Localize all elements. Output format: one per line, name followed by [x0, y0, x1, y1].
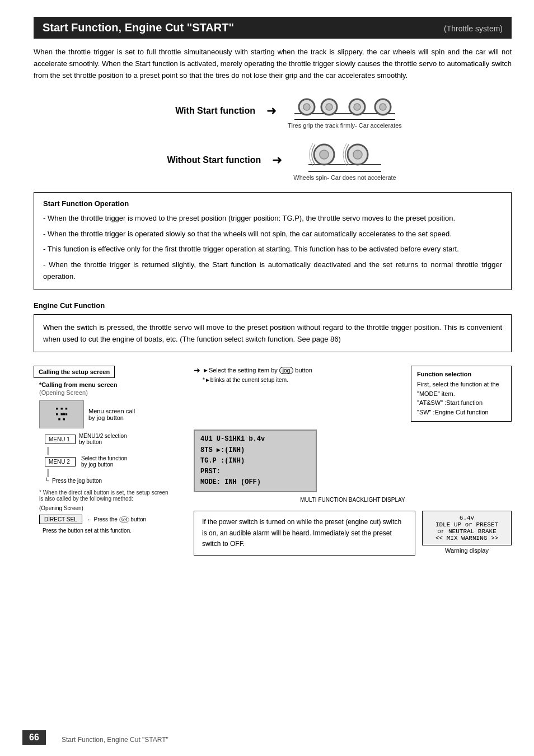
- press-set-label: ← Press the set button: [87, 516, 146, 522]
- diagram-section: With Start function ➜: [34, 92, 512, 181]
- lcd-sublabel: MULTI FUNCTION BACKLIGHT DISPLAY: [194, 497, 512, 503]
- menu1-box: MENU 1: [45, 435, 76, 444]
- warning-line-1: 6.4v: [428, 515, 505, 521]
- operation-title: Start Function Operation: [43, 199, 502, 208]
- with-start-arrow: ➜: [266, 104, 277, 118]
- direct-sel-box: DIRECT SEL: [39, 515, 82, 524]
- lcd-line-2: 8TS ▶:(INH): [200, 445, 310, 456]
- lcd-line-1: 4U1 U-S1HK1 b.4v: [200, 434, 310, 445]
- down-arrow-2: |: [47, 469, 185, 477]
- tires-grip-svg: [294, 92, 395, 117]
- intro-paragraph: When the throttle trigger is set to full…: [34, 46, 512, 81]
- press-button-note: Press the button set at this function.: [43, 528, 185, 534]
- tires-spin-svg: [308, 139, 381, 169]
- with-start-image: Tires grip the track firmly- Car acceler…: [288, 92, 402, 129]
- func-selection-title: Function selection: [417, 371, 505, 377]
- operation-line-3: - This function is effective only for th…: [43, 243, 502, 255]
- operation-line-2: - When the throttle trigger is operated …: [43, 228, 502, 240]
- operation-line-1: - When the throttle trigger is moved to …: [43, 212, 502, 224]
- select-item-row: ➜ ►Select the setting item by jog jog bu…: [194, 366, 407, 375]
- svg-point-2: [303, 104, 310, 110]
- right-panel-section: ➜ ►Select the setting item by jog jog bu…: [194, 366, 407, 383]
- svg-point-13: [353, 150, 362, 159]
- menu2-box: MENU 2: [45, 457, 76, 466]
- opening-screen-label: (Opening Screen): [39, 389, 185, 396]
- lcd-display-area: 4U1 U-S1HK1 b.4v 8TS ▶:(INH) TG.P :(INH)…: [194, 430, 512, 503]
- warning-line-3: or NEUTRAL BRAKE: [428, 528, 505, 535]
- warning-display-section: 6.4v IDLE UP or PRESET or NEUTRAL BRAKE …: [422, 511, 512, 554]
- with-start-label: With Start function: [143, 106, 255, 116]
- page-number: 66: [22, 730, 46, 745]
- page-footer-text: Start Function, Engine Cut "START": [62, 736, 168, 744]
- title-subtitle: (Throttle system): [444, 24, 503, 33]
- menu1-note: MENU1/2 selection by button: [79, 433, 127, 445]
- screen-line1: ■ ■ ■: [55, 407, 67, 412]
- screen-line2: ■ ■■■: [55, 412, 67, 418]
- engine-cut-text: When the switch is pressed, the throttle…: [43, 321, 502, 346]
- warning-display: 6.4v IDLE UP or PRESET or NEUTRAL BRAKE …: [422, 511, 512, 545]
- calling-box-label: Calling the setup screen: [34, 366, 115, 378]
- lcd-line-5: MODE: INH (OFF): [200, 477, 310, 488]
- operation-box: Start Function Operation - When the thro…: [34, 192, 512, 290]
- func-text3: "SW" :Engine Cut function: [417, 408, 505, 417]
- func-text1: First, select the function at the "MODE"…: [417, 380, 505, 398]
- without-start-caption: Wheels spin- Car does not accelerate: [293, 174, 396, 181]
- function-selection-box: Function selection First, select the fun…: [411, 366, 512, 422]
- screen-line3: ■ ■: [58, 417, 65, 423]
- warning-line-2: IDLE UP or PRESET: [428, 521, 505, 528]
- down-arrow-1: |: [47, 446, 185, 454]
- menu2-note: Select the function by jog button: [81, 455, 127, 468]
- jog-button-label: jog: [279, 367, 293, 374]
- press-set-note: Press the set button: [94, 516, 147, 522]
- screen-mockup: ■ ■ ■ ■ ■■■ ■ ■: [39, 400, 84, 428]
- bottom-note-section: If the power switch is turned on while t…: [194, 511, 512, 556]
- with-start-row: With Start function ➜: [34, 92, 512, 129]
- power-switch-box: If the power switch is turned on while t…: [194, 511, 415, 556]
- opening2-label: (Opening Screen): [39, 505, 185, 511]
- screen-mockup-row: ■ ■ ■ ■ ■■■ ■ ■ Menu screen call by jog …: [39, 400, 185, 428]
- tires-spin-diagram: [308, 139, 381, 172]
- menu1-row: MENU 1 MENU1/2 selection by button: [45, 433, 185, 445]
- middle-right-section: ➜ ►Select the setting item by jog jog bu…: [194, 366, 512, 556]
- without-start-image: Wheels spin- Car does not accelerate: [293, 139, 396, 181]
- func-selection-body: First, select the function at the "MODE"…: [417, 380, 505, 417]
- tires-grip-diagram: [294, 92, 395, 120]
- with-start-caption: Tires grip the track firmly- Car acceler…: [288, 122, 402, 129]
- svg-point-11: [320, 150, 329, 159]
- page-title: Start Function, Engine Cut "START": [43, 21, 234, 34]
- warning-line-4: << MIX WARNING >>: [428, 535, 505, 542]
- calling-from-label: *Calling from menu screen: [39, 381, 185, 388]
- operation-line-4: - When the throttle trigger is returned …: [43, 259, 502, 283]
- func-text2: "AT&SW" :Start function: [417, 398, 505, 408]
- without-start-arrow: ➜: [272, 153, 282, 167]
- select-note-row: ➜ ►Select the setting item by jog jog bu…: [194, 366, 512, 422]
- without-start-label: Without Start function: [149, 155, 261, 165]
- lcd-display: 4U1 U-S1HK1 b.4v 8TS ▶:(INH) TG.P :(INH)…: [194, 430, 317, 492]
- direct-sel-row: DIRECT SEL ← Press the set button: [39, 515, 185, 524]
- calling-flow: *Calling from menu screen (Opening Scree…: [39, 381, 185, 534]
- svg-point-8: [380, 104, 386, 110]
- title-block: Start Function, Engine Cut "START" (Thro…: [34, 17, 512, 39]
- select-item-label: ►Select the setting item by jog jog butt…: [203, 367, 312, 374]
- svg-point-4: [326, 104, 332, 110]
- bottom-diagram-section: Calling the setup screen *Calling from m…: [34, 366, 512, 556]
- calling-screen-left: Calling the setup screen *Calling from m…: [34, 366, 185, 534]
- engine-cut-box: When the switch is pressed, the throttle…: [34, 314, 512, 353]
- lcd-line-3: TG.P :(INH): [200, 456, 310, 466]
- without-start-row: Without Start function ➜: [34, 139, 512, 181]
- blink-note: *►blinks at the current setup item.: [203, 377, 407, 383]
- svg-point-6: [354, 104, 360, 110]
- press-jog-row: └ Press the jog button: [45, 478, 185, 484]
- menu-call-note: Menu screen call by jog button: [88, 408, 135, 421]
- direct-note: * When the direct call button is set, th…: [39, 489, 174, 502]
- lcd-line-4: PRST:: [200, 466, 310, 477]
- menu2-row: MENU 2 Select the function by jog button: [45, 455, 185, 468]
- engine-cut-title: Engine Cut Function: [34, 301, 512, 310]
- warning-label: Warning display: [445, 547, 489, 554]
